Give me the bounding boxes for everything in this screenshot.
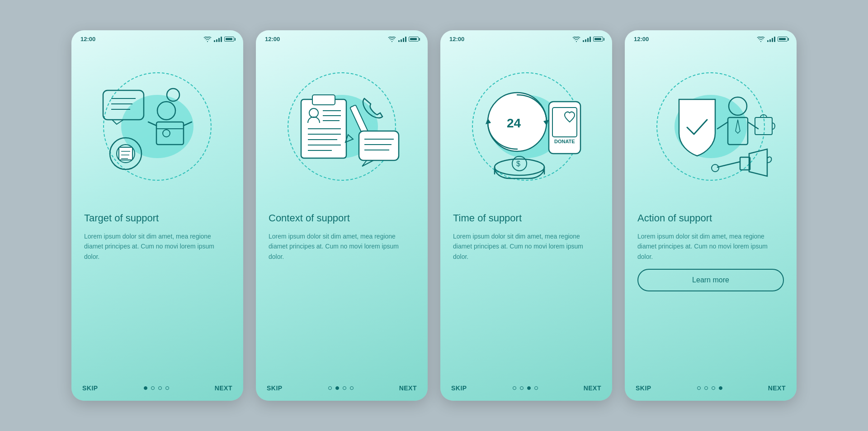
- content-area-1: Target of support Lorem ipsum dolor sit …: [71, 208, 243, 379]
- svg-line-10: [184, 122, 192, 126]
- learn-more-button[interactable]: Learn more: [637, 269, 784, 291]
- svg-rect-50: [755, 117, 772, 135]
- svg-line-48: [717, 122, 728, 129]
- skip-button-4[interactable]: SKIP: [636, 384, 651, 392]
- screen-title-4: Action of support: [637, 212, 784, 224]
- wifi-icon-1: [203, 37, 212, 42]
- next-button-2[interactable]: NEXT: [399, 384, 417, 392]
- screen-text-4: Lorem ipsum dolor sit dim amet, mea regi…: [637, 231, 784, 262]
- dot-1-1: [144, 386, 147, 390]
- status-bar-1: 12:00: [71, 30, 243, 45]
- status-icons-4: [757, 37, 788, 42]
- content-area-2: Context of support Lorem ipsum dolor sit…: [256, 208, 428, 379]
- status-time-4: 12:00: [634, 36, 649, 42]
- illustration-area-1: [71, 45, 243, 208]
- dot-4-1: [697, 386, 701, 390]
- next-button-1[interactable]: NEXT: [215, 384, 232, 392]
- svg-point-7: [163, 130, 170, 137]
- svg-rect-0: [103, 90, 144, 120]
- svg-line-49: [748, 122, 758, 129]
- status-icons-1: [203, 37, 234, 42]
- wifi-icon-4: [757, 37, 765, 42]
- target-illustration: [90, 59, 225, 194]
- dot-2-1: [328, 386, 332, 390]
- screen-title-2: Context of support: [269, 212, 415, 224]
- signal-icon-2: [398, 37, 406, 42]
- svg-marker-47: [736, 120, 740, 133]
- dot-2-2: [335, 386, 339, 390]
- svg-point-45: [729, 97, 747, 115]
- signal-icon-1: [214, 37, 222, 42]
- phone-screen-3: 12:00: [440, 30, 612, 401]
- nav-dots-4: [697, 386, 722, 390]
- battery-icon-4: [778, 37, 788, 42]
- svg-rect-46: [728, 117, 748, 145]
- next-button-3[interactable]: NEXT: [584, 384, 601, 392]
- dot-4-3: [712, 386, 715, 390]
- status-icons-3: [572, 37, 603, 42]
- status-bar-2: 12:00: [256, 30, 428, 45]
- screen-text-1: Lorem ipsum dolor sit dim amet, mea regi…: [84, 231, 231, 262]
- status-bar-3: 12:00: [440, 30, 612, 45]
- svg-text:$: $: [516, 160, 520, 168]
- dot-1-2: [151, 386, 155, 390]
- svg-rect-18: [312, 95, 335, 105]
- skip-button-1[interactable]: SKIP: [82, 384, 98, 392]
- svg-text:24: 24: [507, 116, 521, 130]
- battery-icon-2: [409, 37, 419, 42]
- dot-3-3: [527, 386, 531, 390]
- nav-dots-1: [144, 386, 169, 390]
- phone-screen-1: 12:00: [71, 30, 243, 401]
- nav-dots-2: [328, 386, 354, 390]
- skip-button-2[interactable]: SKIP: [267, 384, 283, 392]
- dot-4-4: [719, 386, 722, 390]
- next-button-4[interactable]: NEXT: [768, 384, 786, 392]
- status-bar-4: 12:00: [625, 30, 797, 45]
- phone-screen-2: 12:00: [256, 30, 428, 401]
- wifi-icon-2: [388, 37, 396, 42]
- screen-title-1: Target of support: [84, 212, 231, 224]
- status-icons-2: [388, 37, 419, 42]
- svg-rect-13: [119, 147, 132, 160]
- dot-2-3: [343, 386, 346, 390]
- phone-screen-4: 12:00: [625, 30, 797, 401]
- nav-bottom-1: SKIP NEXT: [71, 379, 243, 401]
- content-area-4: Action of support Lorem ipsum dolor sit …: [625, 208, 797, 379]
- battery-icon-1: [224, 37, 234, 42]
- time-illustration: 24 DONATE $: [458, 59, 594, 194]
- svg-point-4: [157, 102, 175, 120]
- battery-icon-3: [593, 37, 603, 42]
- svg-text:DONATE: DONATE: [554, 139, 575, 144]
- screen-title-3: Time of support: [453, 212, 599, 224]
- dot-1-4: [165, 386, 169, 390]
- illustration-area-2: [256, 45, 428, 208]
- illustration-area-4: [625, 45, 797, 208]
- skip-button-3[interactable]: SKIP: [451, 384, 467, 392]
- screen-text-2: Lorem ipsum dolor sit dim amet, mea regi…: [269, 231, 415, 262]
- svg-point-54: [712, 164, 719, 172]
- dot-1-3: [158, 386, 162, 390]
- content-area-3: Time of support Lorem ipsum dolor sit di…: [440, 208, 612, 379]
- action-illustration: [643, 59, 778, 194]
- wifi-icon-3: [572, 37, 580, 42]
- dot-3-1: [513, 386, 516, 390]
- svg-rect-37: [549, 102, 580, 154]
- status-time-2: 12:00: [265, 36, 280, 42]
- svg-rect-52: [740, 157, 750, 170]
- illustration-area-3: 24 DONATE $: [440, 45, 612, 208]
- nav-bottom-2: SKIP NEXT: [256, 379, 428, 401]
- status-time-1: 12:00: [80, 36, 95, 42]
- svg-marker-51: [749, 149, 767, 176]
- screen-text-3: Lorem ipsum dolor sit dim amet, mea regi…: [453, 231, 599, 262]
- signal-icon-3: [583, 37, 591, 42]
- svg-line-53: [717, 162, 740, 167]
- nav-dots-3: [513, 386, 538, 390]
- dot-3-4: [534, 386, 538, 390]
- signal-icon-4: [767, 37, 775, 42]
- status-time-3: 12:00: [449, 36, 464, 42]
- screens-container: 12:00: [71, 30, 797, 401]
- context-illustration: [274, 59, 410, 194]
- dot-2-4: [350, 386, 354, 390]
- dot-3-2: [520, 386, 524, 390]
- svg-point-5: [167, 89, 179, 101]
